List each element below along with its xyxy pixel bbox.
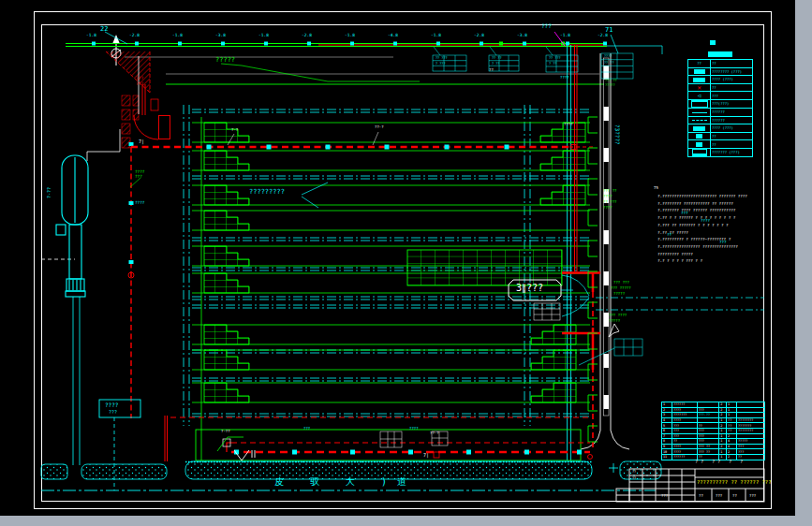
right-green-b2: ??? ????? — [611, 286, 631, 290]
titleblock-cell-2: ?? — [632, 477, 636, 481]
tick-label: -2.8 — [474, 34, 484, 38]
legend-symbol-icon — [693, 78, 705, 82]
legend-row-label: ??????? (???) — [711, 148, 753, 156]
tick-label: -1.8 — [172, 34, 183, 38]
tick-label: -1.8 — [86, 34, 96, 38]
right-green-c2: ????? — [609, 319, 620, 323]
legend-symbol-icon — [696, 134, 702, 139]
note-line: ?.?? ?? ????? — [657, 229, 768, 237]
legend-symbol-icon — [694, 69, 705, 74]
entrance-hatch — [106, 51, 170, 148]
legend-symbol-icon — [692, 149, 707, 156]
note-line: ?.??? ?? ??????? ? ? ? ? ? ? ? — [657, 222, 768, 229]
legend-symbol-icon — [692, 112, 707, 113]
bottom-label-w2: 7| — [423, 453, 429, 458]
drawing-title: ?????????? ?? ?????? ??? — [697, 480, 771, 486]
riser-white-mark: 7| — [139, 139, 144, 144]
right-green-a1: ??? ?? — [603, 189, 616, 193]
left-red-main — [128, 142, 168, 461]
legend-symbol-icon — [697, 85, 701, 91]
legend-symbol-icon — [692, 120, 707, 121]
note-cyan-word: ???? — [701, 219, 710, 223]
note-cyan-word: ??? — [719, 241, 727, 244]
note-line: ?.??????????????????????? ??????? ???? — [657, 193, 768, 200]
legend-table: ?? ?? ???????? (???) ???? (???) ?? ??? ?… — [687, 59, 753, 157]
legend-row-label: ???????? (???) — [711, 67, 753, 76]
titleblock-bottom-3: ??? — [716, 494, 722, 498]
legend-row-label: ?????? — [711, 108, 753, 116]
info-box-line-1: ???? — [105, 402, 118, 408]
bottom-label-c1: ??? — [303, 427, 310, 431]
tank-side-label: ?-?? — [47, 187, 52, 198]
tick-label: -2.8 — [598, 34, 608, 38]
titleblock-bottom-1: ??? — [661, 494, 668, 498]
legend-row-label: ?? — [711, 140, 753, 149]
minitable-2-row1: ?? ?? — [492, 57, 502, 61]
right-green-a4: ???? — [603, 206, 613, 210]
grid-label-22: 22 — [100, 26, 108, 33]
planting-blocks — [204, 123, 585, 402]
minitable-1-row1: ?? ??? — [436, 57, 448, 61]
tick-label: -1.8 — [258, 34, 269, 38]
legend-accents — [708, 40, 732, 57]
note-line: ????????? ????? — [657, 251, 768, 258]
materials-caption: ?? ?? ? ? — [695, 460, 746, 464]
road-name: 皮 驭 大 )道 — [274, 477, 417, 487]
note-cyan-word: ?? — [667, 233, 672, 237]
legend-row-label: ???? (???) — [711, 124, 753, 133]
cad-viewport[interactable]: 22 71 ??? -1.8 -2.8 -1.8 -3.8 -1.8 -2.8 … — [0, 0, 812, 526]
materials-table: 1??????21 2???????21 3??????????-??21 4?… — [661, 402, 765, 460]
minitable-1-row2: ? ??? — [436, 63, 446, 66]
legend-symbol-icon — [693, 126, 705, 131]
legend-row-label: ?????? — [711, 116, 753, 124]
right-green-c1: ??? ???? — [609, 314, 627, 317]
legend-row-label: ?? — [711, 132, 753, 140]
legend-header-label: ?? — [711, 60, 753, 68]
tick-label: -3.8 — [215, 34, 226, 38]
tick-label: -1.8 — [431, 34, 441, 38]
corner-table-row1: ???? — [604, 55, 612, 59]
bottom-label-w1: ??-? — [430, 431, 439, 435]
pipe-label-1: ?-? — [231, 128, 238, 132]
minitable-2-row2: ? ?? — [492, 63, 499, 66]
tick-label: -2.8 — [129, 34, 140, 38]
pump-station-label: 3∥??? — [516, 284, 543, 293]
minitable-3-row2: ? ?? — [549, 63, 556, 66]
riser-cyan-label: ???? — [135, 201, 144, 205]
titleblock-bottom-5: ??? — [749, 494, 756, 498]
legend-row-label: ??? — [711, 92, 753, 100]
pipe-label-3: ???? — [564, 123, 573, 126]
right-green-b1: ??? ??? — [613, 281, 629, 285]
tick-label: -3.8 — [517, 34, 527, 38]
titleblock-cell-1: ?? — [632, 471, 636, 475]
legend-header-symbol: ?? — [688, 60, 711, 68]
top-boundary — [66, 32, 662, 84]
titleblock-bottom-2: ?? — [699, 494, 703, 498]
top-white-label: ?? — [489, 68, 494, 72]
field-leader-label: ????????? — [249, 189, 285, 196]
entry-label-2: ??? — [136, 82, 143, 87]
notes-number: 75 — [654, 186, 658, 190]
note-line: ?.????????? ? ??????—???????? ? — [657, 236, 768, 243]
note-line: ?.? ? ? ? ? ??? ? ? — [657, 257, 768, 265]
legend-symbol-icon — [696, 142, 702, 147]
minitable-3-row1: ?? ??? — [549, 57, 561, 61]
right-green-a2: ???? — [603, 195, 613, 198]
legend-row-label: ?? — [711, 83, 753, 92]
bottom-label-c2: ???? — [409, 427, 419, 431]
pipe-label-2: ??-? — [375, 125, 384, 129]
corner-table-row2: ?? ?? — [604, 62, 614, 66]
info-box-line-2: ??? — [109, 410, 117, 415]
tick-label: -1.8 — [560, 34, 570, 38]
note-line: ?.?? ? ? ?????? ? ? ? ? ? ? ? ? ? — [657, 214, 768, 222]
corner-green-2: ????? — [605, 84, 615, 88]
legend-symbol-icon — [698, 93, 701, 98]
titleblock-bottom-4: ?? — [732, 494, 737, 498]
note-cyan-word: ??? — [681, 212, 688, 215]
road-side-label: ?3???? — [614, 124, 620, 145]
note-line: ?.??????? ???? ?????? ??????????? — [657, 207, 768, 214]
right-green-b3: ????? — [613, 292, 625, 296]
tank-green-label-2: ??? — [135, 175, 142, 179]
top-green-label: ????? — [215, 57, 235, 64]
corner-green-1: ??? ?? — [605, 80, 617, 83]
